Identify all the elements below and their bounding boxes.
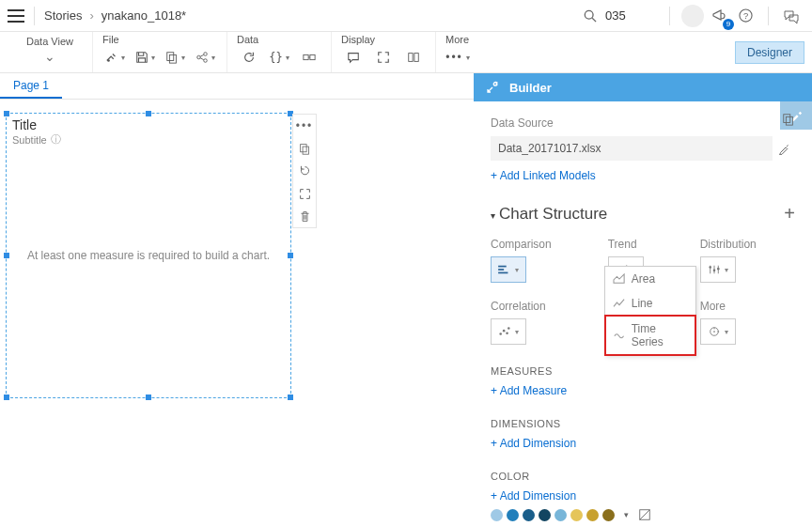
svg-rect-16 bbox=[414, 54, 418, 62]
hamburger-menu[interactable] bbox=[8, 8, 24, 24]
category-trend: Trend bbox=[608, 238, 644, 251]
svg-point-31 bbox=[712, 270, 715, 272]
color-heading: COLOR bbox=[491, 471, 795, 482]
help-icon[interactable]: ? bbox=[732, 4, 758, 28]
data-source-label: Data Source bbox=[491, 116, 795, 130]
add-color-dimension[interactable]: + Add Dimension bbox=[491, 489, 576, 503]
category-more: More bbox=[700, 300, 757, 313]
chart-fullscreen-button[interactable] bbox=[293, 182, 316, 205]
add-measure[interactable]: + Add Measure bbox=[491, 384, 567, 397]
chevron-down-icon: ⌄ bbox=[17, 49, 83, 64]
group-label-more: More bbox=[445, 34, 470, 45]
fullscreen-button[interactable] bbox=[371, 47, 396, 68]
svg-rect-17 bbox=[300, 144, 306, 151]
chartpick-distribution[interactable]: ▾ bbox=[700, 256, 736, 283]
info-icon[interactable]: ⓘ bbox=[51, 132, 61, 147]
svg-line-1 bbox=[592, 18, 596, 22]
share-button[interactable]: ▾ bbox=[193, 47, 217, 68]
svg-line-39 bbox=[640, 510, 650, 520]
add-dimension[interactable]: + Add Dimension bbox=[491, 437, 576, 450]
trend-option-time-series[interactable]: Time Series bbox=[604, 315, 696, 356]
svg-rect-15 bbox=[409, 54, 413, 62]
chart-title[interactable]: Title bbox=[7, 114, 290, 132]
avatar[interactable] bbox=[679, 4, 706, 28]
svg-point-35 bbox=[713, 331, 715, 333]
trend-option-line[interactable]: Line bbox=[605, 291, 695, 316]
add-linked-models[interactable]: + Add Linked Models bbox=[491, 169, 596, 182]
duplicate-icon[interactable] bbox=[782, 113, 795, 126]
announcement-icon[interactable]: 9 bbox=[706, 4, 732, 28]
chartpick-comparison[interactable]: ▾ bbox=[491, 256, 526, 283]
code-button[interactable]: {}▾ bbox=[267, 47, 291, 68]
search-icon[interactable] bbox=[577, 4, 603, 28]
preferences-button[interactable]: ▾ bbox=[102, 47, 127, 68]
svg-rect-21 bbox=[498, 266, 507, 268]
search-input[interactable] bbox=[603, 7, 660, 24]
builder-header: Builder bbox=[474, 73, 812, 101]
color-swatch[interactable] bbox=[586, 509, 599, 521]
group-label-file: File bbox=[102, 34, 217, 45]
color-swatch-row[interactable]: ▾ bbox=[491, 508, 795, 521]
svg-line-10 bbox=[200, 54, 204, 56]
svg-rect-18 bbox=[303, 147, 309, 154]
svg-point-9 bbox=[203, 59, 207, 63]
tab-page-1[interactable]: Page 1 bbox=[0, 73, 62, 99]
chart-refresh-button[interactable] bbox=[293, 160, 316, 182]
chart-subtitle[interactable]: Subtitle bbox=[12, 134, 47, 146]
color-swatch[interactable] bbox=[570, 509, 583, 521]
chart-delete-button[interactable] bbox=[293, 205, 316, 227]
chartpick-more[interactable]: ▾ bbox=[700, 318, 736, 345]
svg-point-25 bbox=[503, 330, 506, 333]
svg-line-11 bbox=[200, 58, 204, 60]
refresh-button[interactable] bbox=[237, 47, 261, 68]
chart-more-button[interactable]: ••• bbox=[293, 115, 316, 137]
tools-icon bbox=[485, 80, 500, 95]
breadcrumb-current[interactable]: ynakano_1018* bbox=[102, 8, 186, 23]
divider bbox=[669, 7, 670, 25]
comment-button[interactable] bbox=[341, 47, 366, 68]
no-color-icon[interactable] bbox=[638, 508, 651, 521]
svg-rect-20 bbox=[786, 116, 792, 125]
layout-button[interactable] bbox=[401, 47, 426, 68]
svg-rect-22 bbox=[498, 269, 504, 271]
color-swatch[interactable] bbox=[554, 509, 567, 521]
color-swatch[interactable] bbox=[539, 509, 551, 521]
chart-widget[interactable]: Title Subtitle ⓘ At least one measure is… bbox=[6, 113, 291, 398]
save-button[interactable]: ▾ bbox=[133, 47, 157, 68]
svg-rect-5 bbox=[166, 53, 173, 61]
group-label-display: Display bbox=[341, 34, 426, 45]
chartpick-correlation[interactable]: ▾ bbox=[491, 318, 526, 345]
trend-dropdown-menu: Area Line Time Series bbox=[604, 266, 696, 356]
color-swatch[interactable] bbox=[491, 509, 503, 521]
group-label-data: Data bbox=[237, 34, 321, 45]
chevron-down-icon[interactable]: ▾ bbox=[624, 510, 629, 519]
color-swatch[interactable] bbox=[602, 509, 615, 521]
svg-point-4 bbox=[107, 59, 110, 62]
collapse-icon[interactable]: ▾ bbox=[491, 210, 495, 221]
dimensions-heading: DIMENSIONS bbox=[491, 418, 795, 429]
data-view-toggle[interactable]: Data View ⌄ bbox=[17, 34, 83, 64]
trend-option-area[interactable]: Area bbox=[605, 267, 695, 291]
more-button[interactable]: •••▾ bbox=[445, 47, 470, 68]
svg-point-8 bbox=[203, 53, 207, 56]
color-swatch[interactable] bbox=[523, 509, 535, 521]
svg-point-27 bbox=[508, 327, 510, 330]
designer-button[interactable]: Designer bbox=[735, 41, 804, 64]
chart-copy-button[interactable] bbox=[293, 137, 316, 160]
link-data-button[interactable] bbox=[297, 47, 321, 68]
category-correlation: Correlation bbox=[491, 300, 552, 313]
svg-text:?: ? bbox=[742, 11, 747, 21]
measures-heading: MEASURES bbox=[491, 365, 795, 377]
category-distribution: Distribution bbox=[700, 238, 757, 251]
breadcrumb-root[interactable]: Stories bbox=[44, 8, 82, 23]
svg-point-33 bbox=[717, 268, 720, 271]
builder-title: Builder bbox=[509, 81, 552, 95]
color-swatch[interactable] bbox=[507, 509, 519, 521]
add-chart-button[interactable]: + bbox=[784, 203, 795, 224]
chart-structure-title: Chart Structure bbox=[499, 205, 607, 223]
edit-datasource-icon[interactable] bbox=[773, 135, 795, 162]
discussion-icon[interactable] bbox=[778, 4, 804, 28]
svg-rect-19 bbox=[784, 115, 790, 123]
svg-rect-12 bbox=[304, 54, 308, 59]
copy-button[interactable]: ▾ bbox=[163, 47, 187, 68]
